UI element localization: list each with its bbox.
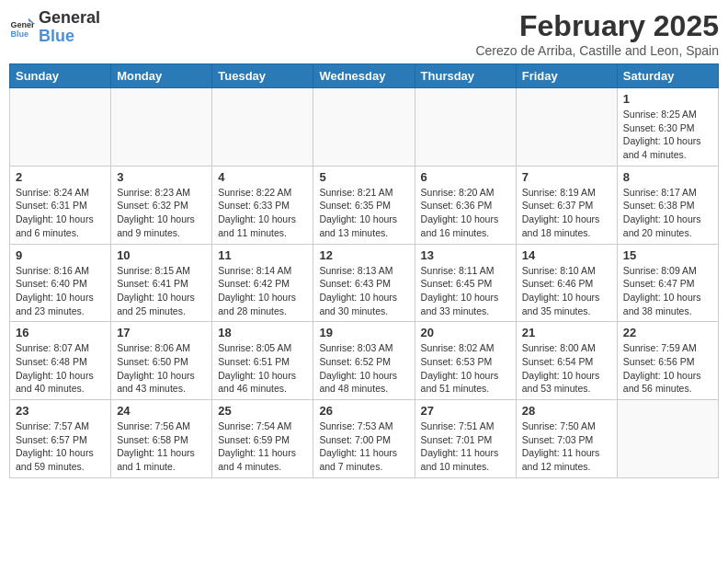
day-info: Sunrise: 8:16 AMSunset: 6:40 PMDaylight:… (16, 264, 105, 318)
calendar-cell: 10Sunrise: 8:15 AMSunset: 6:41 PMDayligh… (111, 244, 212, 322)
calendar-cell (10, 88, 111, 167)
day-number: 11 (218, 248, 307, 262)
calendar-header-row: Sunday Monday Tuesday Wednesday Thursday… (10, 64, 719, 88)
day-number: 19 (319, 326, 408, 339)
day-number: 22 (623, 326, 712, 339)
day-info: Sunrise: 8:03 AMSunset: 6:52 PMDaylight:… (319, 341, 408, 396)
day-info: Sunrise: 8:00 AMSunset: 6:54 PMDaylight:… (522, 341, 611, 396)
day-number: 14 (522, 248, 611, 262)
header-tuesday: Tuesday (212, 64, 313, 88)
day-number: 4 (218, 170, 307, 184)
calendar-cell: 15Sunrise: 8:09 AMSunset: 6:47 PMDayligh… (617, 244, 718, 322)
calendar-week-row: 23Sunrise: 7:57 AMSunset: 6:57 PMDayligh… (10, 400, 719, 478)
calendar-cell: 2Sunrise: 8:24 AMSunset: 6:31 PMDaylight… (10, 166, 111, 244)
day-info: Sunrise: 8:19 AMSunset: 6:37 PMDaylight:… (522, 186, 611, 240)
month-title: February 2025 (475, 9, 719, 43)
day-number: 23 (16, 404, 105, 418)
calendar-cell: 12Sunrise: 8:13 AMSunset: 6:43 PMDayligh… (313, 244, 415, 322)
day-number: 26 (319, 404, 408, 418)
calendar-cell (212, 88, 313, 167)
day-info: Sunrise: 8:20 AMSunset: 6:36 PMDaylight:… (421, 186, 510, 240)
day-info: Sunrise: 8:24 AMSunset: 6:31 PMDaylight:… (16, 186, 105, 240)
day-info: Sunrise: 7:54 AMSunset: 6:59 PMDaylight:… (218, 419, 307, 474)
logo-general: General (39, 9, 100, 28)
logo-icon: General Blue (9, 15, 35, 40)
calendar-cell: 8Sunrise: 8:17 AMSunset: 6:38 PMDaylight… (617, 166, 718, 244)
calendar-cell: 18Sunrise: 8:05 AMSunset: 6:51 PMDayligh… (212, 322, 313, 400)
day-info: Sunrise: 8:09 AMSunset: 6:47 PMDaylight:… (623, 264, 712, 318)
calendar-cell: 16Sunrise: 8:07 AMSunset: 6:48 PMDayligh… (10, 322, 111, 400)
title-area: February 2025 Cerezo de Arriba, Castille… (475, 9, 719, 58)
day-info: Sunrise: 7:56 AMSunset: 6:58 PMDaylight:… (117, 419, 206, 474)
day-info: Sunrise: 7:57 AMSunset: 6:57 PMDaylight:… (16, 419, 105, 474)
calendar-cell: 22Sunrise: 7:59 AMSunset: 6:56 PMDayligh… (617, 322, 718, 400)
calendar-cell: 23Sunrise: 7:57 AMSunset: 6:57 PMDayligh… (10, 400, 111, 478)
day-number: 25 (218, 404, 307, 418)
svg-text:Blue: Blue (10, 29, 28, 39)
day-info: Sunrise: 7:51 AMSunset: 7:01 PMDaylight:… (421, 419, 510, 474)
header-sunday: Sunday (10, 64, 111, 88)
day-info: Sunrise: 7:50 AMSunset: 7:03 PMDaylight:… (522, 419, 611, 474)
header-friday: Friday (516, 64, 617, 88)
calendar-cell (313, 88, 415, 167)
calendar-cell: 11Sunrise: 8:14 AMSunset: 6:42 PMDayligh… (212, 244, 313, 322)
calendar-cell (111, 88, 212, 167)
logo: General Blue General Blue (9, 9, 100, 46)
calendar-cell: 25Sunrise: 7:54 AMSunset: 6:59 PMDayligh… (212, 400, 313, 478)
day-number: 5 (319, 170, 408, 184)
calendar-cell: 6Sunrise: 8:20 AMSunset: 6:36 PMDaylight… (415, 166, 516, 244)
calendar-cell: 4Sunrise: 8:22 AMSunset: 6:33 PMDaylight… (212, 166, 313, 244)
day-number: 27 (421, 404, 510, 418)
day-number: 21 (522, 326, 611, 339)
day-info: Sunrise: 8:02 AMSunset: 6:53 PMDaylight:… (421, 341, 510, 396)
day-info: Sunrise: 8:22 AMSunset: 6:33 PMDaylight:… (218, 186, 307, 240)
day-number: 17 (117, 326, 206, 339)
day-number: 1 (623, 92, 712, 106)
calendar-cell: 3Sunrise: 8:23 AMSunset: 6:32 PMDaylight… (111, 166, 212, 244)
day-number: 3 (117, 170, 206, 184)
day-number: 7 (522, 170, 611, 184)
day-info: Sunrise: 8:25 AMSunset: 6:30 PMDaylight:… (623, 108, 712, 162)
calendar-cell (617, 400, 718, 478)
calendar-week-row: 16Sunrise: 8:07 AMSunset: 6:48 PMDayligh… (10, 322, 719, 400)
calendar-cell: 9Sunrise: 8:16 AMSunset: 6:40 PMDaylight… (10, 244, 111, 322)
day-info: Sunrise: 8:13 AMSunset: 6:43 PMDaylight:… (319, 264, 408, 318)
header-wednesday: Wednesday (313, 64, 415, 88)
day-number: 10 (117, 248, 206, 262)
day-info: Sunrise: 7:53 AMSunset: 7:00 PMDaylight:… (319, 419, 408, 474)
logo-blue: Blue (39, 28, 100, 46)
day-number: 12 (319, 248, 408, 262)
day-info: Sunrise: 8:07 AMSunset: 6:48 PMDaylight:… (16, 341, 105, 396)
day-info: Sunrise: 7:59 AMSunset: 6:56 PMDaylight:… (623, 341, 712, 396)
calendar-week-row: 9Sunrise: 8:16 AMSunset: 6:40 PMDaylight… (10, 244, 719, 322)
day-number: 9 (16, 248, 105, 262)
calendar-week-row: 1Sunrise: 8:25 AMSunset: 6:30 PMDaylight… (10, 88, 719, 167)
day-number: 18 (218, 326, 307, 339)
calendar-cell: 1Sunrise: 8:25 AMSunset: 6:30 PMDaylight… (617, 88, 718, 167)
calendar-cell: 27Sunrise: 7:51 AMSunset: 7:01 PMDayligh… (415, 400, 516, 478)
calendar-table: Sunday Monday Tuesday Wednesday Thursday… (9, 63, 719, 478)
day-info: Sunrise: 8:23 AMSunset: 6:32 PMDaylight:… (117, 186, 206, 240)
day-info: Sunrise: 8:17 AMSunset: 6:38 PMDaylight:… (623, 186, 712, 240)
location-title: Cerezo de Arriba, Castille and Leon, Spa… (475, 43, 719, 58)
day-number: 28 (522, 404, 611, 418)
header-monday: Monday (111, 64, 212, 88)
page-header: General Blue General Blue February 2025 … (9, 9, 719, 58)
day-number: 6 (421, 170, 510, 184)
day-info: Sunrise: 8:21 AMSunset: 6:35 PMDaylight:… (319, 186, 408, 240)
calendar-cell: 14Sunrise: 8:10 AMSunset: 6:46 PMDayligh… (516, 244, 617, 322)
day-number: 15 (623, 248, 712, 262)
calendar-cell: 26Sunrise: 7:53 AMSunset: 7:00 PMDayligh… (313, 400, 415, 478)
day-number: 13 (421, 248, 510, 262)
day-number: 8 (623, 170, 712, 184)
day-number: 24 (117, 404, 206, 418)
calendar-cell: 5Sunrise: 8:21 AMSunset: 6:35 PMDaylight… (313, 166, 415, 244)
calendar-cell (415, 88, 516, 167)
calendar-week-row: 2Sunrise: 8:24 AMSunset: 6:31 PMDaylight… (10, 166, 719, 244)
calendar-cell: 19Sunrise: 8:03 AMSunset: 6:52 PMDayligh… (313, 322, 415, 400)
day-number: 20 (421, 326, 510, 339)
calendar-cell: 7Sunrise: 8:19 AMSunset: 6:37 PMDaylight… (516, 166, 617, 244)
day-info: Sunrise: 8:10 AMSunset: 6:46 PMDaylight:… (522, 264, 611, 318)
header-thursday: Thursday (415, 64, 516, 88)
day-info: Sunrise: 8:14 AMSunset: 6:42 PMDaylight:… (218, 264, 307, 318)
